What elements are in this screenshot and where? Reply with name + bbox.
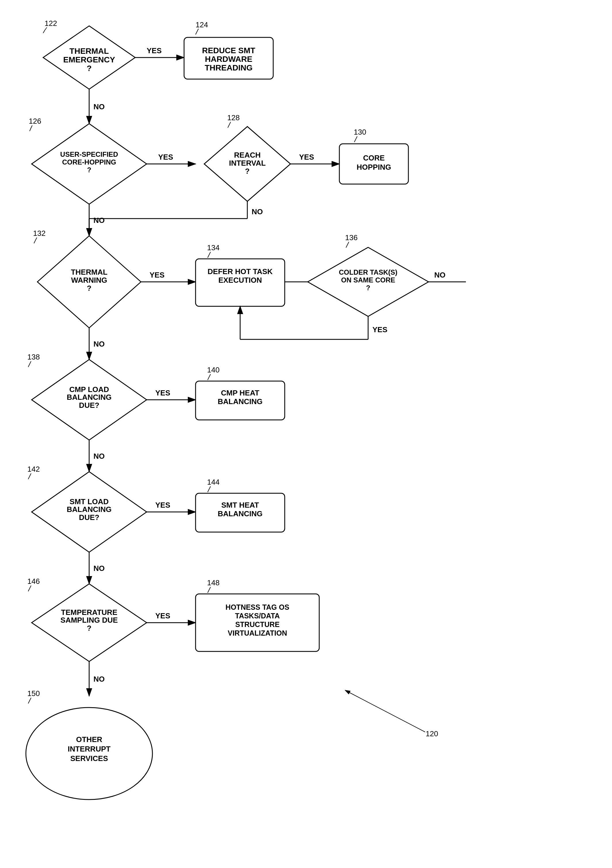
thermal-emergency-label3: ?	[87, 64, 91, 73]
no-label-usercore: NO	[93, 216, 105, 225]
defer-hot-label2: EXECUTION	[218, 276, 262, 284]
temp-sampling-label1: TEMPERATURE	[61, 608, 117, 617]
ref-140-squiggle	[208, 374, 211, 380]
ref-150-squiggle	[28, 698, 31, 704]
ref-146: 146	[27, 577, 40, 586]
ref-138-squiggle	[28, 361, 31, 367]
ref-148-squiggle	[208, 587, 211, 593]
hotness-tag-label4: VIRTUALIZATION	[228, 629, 287, 637]
user-core-label3: ?	[87, 166, 91, 174]
colder-tasks-label3: ?	[366, 284, 370, 291]
core-hopping-label2: HOPPING	[356, 163, 391, 171]
ref-122-squiggle	[43, 27, 47, 33]
ref-130: 130	[354, 128, 366, 136]
flowchart-svg: THERMAL EMERGENCY ? 122 YES REDUCE SMT H…	[0, 0, 612, 868]
yes-label-tempsampling: YES	[155, 611, 170, 620]
thermal-warning-label1: THERMAL	[71, 268, 107, 276]
user-core-label2: CORE-HOPPING	[62, 158, 116, 166]
other-interrupt-label2: INTERRUPT	[68, 745, 111, 753]
reach-interval-label3: ?	[245, 167, 249, 175]
other-interrupt-label3: SERVICES	[70, 754, 108, 763]
no-label-colder: NO	[434, 271, 445, 279]
colder-tasks-label1: COLDER TASK(S)	[339, 268, 397, 276]
ref-146-squiggle	[28, 586, 31, 591]
yes-label-reach: YES	[299, 153, 314, 161]
thermal-emergency-label: THERMAL	[70, 46, 109, 56]
thermal-emergency-label2: EMERGENCY	[63, 55, 115, 64]
yes-label-cmpload: YES	[155, 389, 170, 397]
ref-126-squiggle	[29, 126, 32, 131]
ref-126: 126	[29, 117, 41, 126]
ref-128-squiggle	[228, 122, 231, 128]
ref-134: 134	[207, 243, 219, 252]
hotness-tag-label1: HOTNESS TAG OS	[225, 603, 289, 611]
yes-label-smtload: YES	[155, 501, 170, 509]
user-core-label1: USER-SPECIFIED	[60, 150, 118, 158]
smt-load-label2: BALANCING	[67, 505, 112, 514]
reach-interval-label1: REACH	[234, 151, 260, 159]
ref-124: 124	[195, 20, 208, 29]
ref-120: 120	[426, 729, 438, 738]
yes-label-warning: YES	[150, 271, 164, 279]
reduce-smt-label2: HARDWARE	[205, 55, 253, 64]
cmp-heat-label1: CMP HEAT	[221, 389, 259, 397]
ref-122: 122	[45, 19, 57, 28]
hotness-tag-label2: TASKS/DATA	[235, 612, 280, 620]
other-interrupt-ellipse	[26, 707, 152, 800]
other-interrupt-label1: OTHER	[76, 735, 102, 744]
thermal-warning-label2: WARNING	[71, 276, 107, 284]
yes-label-thermal: YES	[147, 46, 162, 55]
core-hopping-label1: CORE	[363, 153, 384, 162]
hotness-tag-label3: STRUCTURE	[235, 620, 280, 628]
ref-138: 138	[27, 353, 40, 361]
no-label-cmpload: NO	[93, 452, 105, 460]
ref-134-squiggle	[208, 252, 211, 258]
yes-label-colder: YES	[372, 325, 387, 334]
smt-heat-label1: SMT HEAT	[222, 501, 259, 509]
temp-sampling-label2: SAMPLING DUE	[60, 616, 118, 625]
no-label-reach: NO	[252, 208, 263, 216]
no-label-thermal: NO	[93, 102, 105, 111]
ref-142-squiggle	[28, 473, 31, 479]
thermal-warning-label3: ?	[87, 284, 91, 293]
cmp-load-label1: CMP LOAD	[69, 385, 109, 394]
ref-140: 140	[207, 366, 219, 374]
smt-load-label1: SMT LOAD	[70, 497, 109, 506]
smt-heat-label2: BALANCING	[218, 509, 263, 518]
ref-128: 128	[227, 113, 240, 122]
reach-interval-label2: INTERVAL	[229, 159, 266, 167]
reduce-smt-label1: REDUCE SMT	[202, 46, 255, 55]
reduce-smt-label3: THREADING	[205, 63, 253, 72]
ref-132: 132	[33, 229, 45, 237]
ref-144: 144	[207, 478, 219, 486]
defer-hot-label1: DEFER HOT TASK	[208, 267, 273, 276]
ref-150: 150	[27, 689, 40, 698]
ref-120-arrow	[345, 690, 425, 732]
ref-136: 136	[345, 233, 358, 242]
ref-136-squiggle	[346, 242, 349, 248]
colder-tasks-label2: ON SAME CORE	[341, 276, 395, 284]
ref-130-squiggle	[354, 136, 357, 142]
no-label-tempsampling: NO	[93, 675, 105, 684]
cmp-load-label2: BALANCING	[67, 393, 112, 401]
no-label-warning: NO	[93, 339, 105, 348]
no-label-smtload: NO	[93, 564, 105, 573]
ref-132-squiggle	[34, 237, 37, 243]
ref-144-squiggle	[208, 486, 211, 492]
ref-148: 148	[207, 578, 219, 587]
temp-sampling-label3: ?	[87, 624, 91, 632]
smt-load-label3: DUE?	[79, 513, 99, 522]
cmp-load-label3: DUE?	[79, 401, 99, 409]
ref-124-squiggle	[195, 29, 198, 34]
cmp-heat-label2: BALANCING	[218, 397, 263, 406]
ref-142: 142	[27, 465, 40, 473]
yes-label-usercore: YES	[158, 153, 173, 161]
